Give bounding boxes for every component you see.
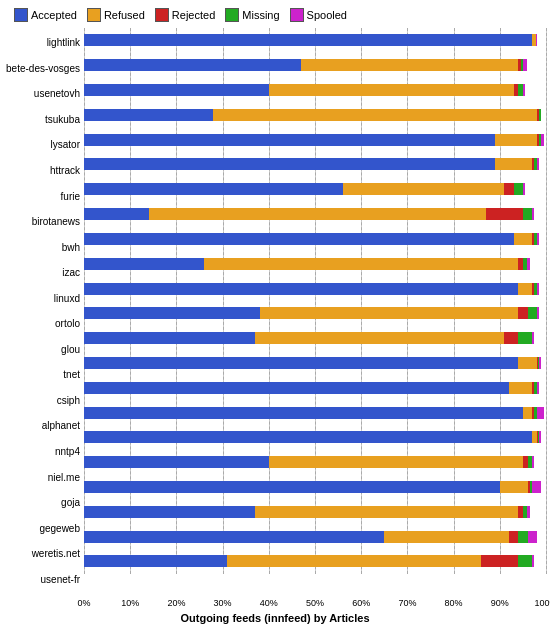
bar-segment-accepted-linuxd xyxy=(84,283,518,295)
bar-segment-accepted-weretis.net xyxy=(84,531,384,543)
bar-segment-accepted-gegeweb xyxy=(84,506,255,518)
legend-item-spooled: Spooled xyxy=(290,8,347,22)
bar-row-usenetovh: 27572103 xyxy=(84,78,546,103)
x-axis: 0%10%20%30%40%50%60%70%80%90%100% xyxy=(84,592,546,610)
bar-segment-missing-ortolo xyxy=(528,307,537,319)
bar-track-gegeweb: 2281286 xyxy=(84,506,546,518)
bar-row-weretis.net: 3690274 xyxy=(84,524,546,549)
y-label-niel.me: niel.me xyxy=(4,464,84,490)
legend-label-refused: Refused xyxy=(104,9,145,21)
bar-track-usenet-fr: 1732244 xyxy=(84,555,546,567)
bar-segment-accepted-goja xyxy=(84,481,500,493)
bar-segment-rejected-birotanews xyxy=(486,208,523,220)
bar-track-csiph: 4988348 xyxy=(84,382,546,394)
bar-segment-refused-birotanews xyxy=(149,208,486,220)
bar-segment-accepted-tsukuba xyxy=(84,109,213,121)
bar-segment-spooled-nntp4 xyxy=(539,431,540,443)
bar-row-bete-des-vosges: 25822429 xyxy=(84,53,546,78)
x-label-10%: 10% xyxy=(121,598,139,608)
chart-title: Outgoing feeds (innfeed) by Articles xyxy=(4,610,546,626)
bar-segment-rejected-ortolo xyxy=(518,307,527,319)
bar-segment-refused-niel.me xyxy=(269,456,523,468)
bar-segment-rejected-weretis.net xyxy=(509,531,518,543)
bar-segment-missing-birotanews xyxy=(523,208,532,220)
bar-segment-spooled-linuxd xyxy=(537,283,539,295)
bar-segment-spooled-furie xyxy=(523,183,525,195)
bar-row-usenet-fr: 1732244 xyxy=(84,549,546,574)
bar-segment-accepted-httrack xyxy=(84,158,495,170)
bar-track-lysator: 5806857 xyxy=(84,134,546,146)
y-label-bwh: bwh xyxy=(4,234,84,260)
bar-row-httrack: 6417804 xyxy=(84,152,546,177)
y-label-birotanews: birotanews xyxy=(4,209,84,235)
legend-label-rejected: Rejected xyxy=(172,9,215,21)
bar-segment-refused-tnet xyxy=(518,357,536,369)
y-label-furie: furie xyxy=(4,183,84,209)
bar-row-glou: 2312381 xyxy=(84,326,546,351)
bar-segment-spooled-glou xyxy=(532,332,534,344)
bar-segment-missing-furie xyxy=(514,183,523,195)
bar-segment-accepted-usenetovh xyxy=(84,84,269,96)
bar-segment-accepted-bwh xyxy=(84,233,514,245)
bar-segment-rejected-usenet-fr xyxy=(481,555,518,567)
chart-container: AcceptedRefusedRejectedMissingSpooled li… xyxy=(0,0,550,630)
legend-label-missing: Missing xyxy=(242,9,279,21)
bar-row-linuxd: 6263448 xyxy=(84,276,546,301)
legend-label-accepted: Accepted xyxy=(31,9,77,21)
bar-track-alphanet: 6298336 xyxy=(84,407,546,419)
y-label-tnet: tnet xyxy=(4,362,84,388)
bar-segment-accepted-tnet xyxy=(84,357,518,369)
x-label-60%: 60% xyxy=(352,598,370,608)
bar-segment-accepted-glou xyxy=(84,332,255,344)
x-label-70%: 70% xyxy=(398,598,416,608)
bar-segment-refused-gegeweb xyxy=(255,506,518,518)
x-label-40%: 40% xyxy=(260,598,278,608)
bar-segment-rejected-furie xyxy=(504,183,513,195)
bar-row-tsukuba: 14591459 xyxy=(84,102,546,127)
bar-track-tsukuba: 14591459 xyxy=(84,109,546,121)
bar-segment-accepted-lightlink xyxy=(84,34,532,46)
legend-item-rejected: Rejected xyxy=(155,8,215,22)
bar-segment-spooled-httrack xyxy=(537,158,539,170)
y-label-weretis.net: weretis.net xyxy=(4,541,84,567)
bar-segment-rejected-glou xyxy=(504,332,518,344)
bar-segment-spooled-izac xyxy=(527,258,529,270)
bar-segment-spooled-usenet-fr xyxy=(532,555,534,567)
bar-segment-spooled-birotanews xyxy=(532,208,534,220)
bar-segment-refused-bete-des-vosges xyxy=(301,59,518,71)
bar-row-ortolo: 2542364 xyxy=(84,301,546,326)
bar-track-furie: 3350793 xyxy=(84,183,546,195)
bar-row-niel.me: 2306319 xyxy=(84,450,546,475)
y-label-lysator: lysator xyxy=(4,132,84,158)
y-label-ortolo: ortolo xyxy=(4,311,84,337)
y-axis-labels: lightlinkbete-des-vosgesusenetovhtsukuba… xyxy=(4,28,84,610)
bar-segment-accepted-birotanews xyxy=(84,208,149,220)
x-label-0%: 0% xyxy=(77,598,90,608)
bar-segment-accepted-ortolo xyxy=(84,307,260,319)
bar-segment-spooled-weretis.net xyxy=(528,531,537,543)
y-label-nntp4: nntp4 xyxy=(4,439,84,465)
bar-segment-missing-usenet-fr xyxy=(518,555,532,567)
bar-segment-accepted-usenet-fr xyxy=(84,555,227,567)
bar-segment-refused-bwh xyxy=(514,233,532,245)
bar-segment-refused-glou xyxy=(255,332,504,344)
bar-segment-spooled-goja xyxy=(532,481,541,493)
bar-row-furie: 3350793 xyxy=(84,177,546,202)
bar-track-birotanews: 861734 xyxy=(84,208,546,220)
bar-row-csiph: 4988348 xyxy=(84,375,546,400)
bar-segment-refused-usenetovh xyxy=(269,84,514,96)
legend-label-spooled: Spooled xyxy=(307,9,347,21)
legend-color-rejected xyxy=(155,8,169,22)
bar-segment-accepted-furie xyxy=(84,183,343,195)
bar-track-weretis.net: 3690274 xyxy=(84,531,546,543)
y-label-usenetovh: usenetovh xyxy=(4,81,84,107)
bar-segment-accepted-alphanet xyxy=(84,407,523,419)
legend-color-accepted xyxy=(14,8,28,22)
y-label-linuxd: linuxd xyxy=(4,285,84,311)
bar-segment-accepted-niel.me xyxy=(84,456,269,468)
bars-area: 6464542825822429275721031459145958068576… xyxy=(84,28,546,610)
bar-segment-accepted-lysator xyxy=(84,134,495,146)
x-label-90%: 90% xyxy=(491,598,509,608)
bar-segment-spooled-csiph xyxy=(537,382,539,394)
y-label-alphanet: alphanet xyxy=(4,413,84,439)
